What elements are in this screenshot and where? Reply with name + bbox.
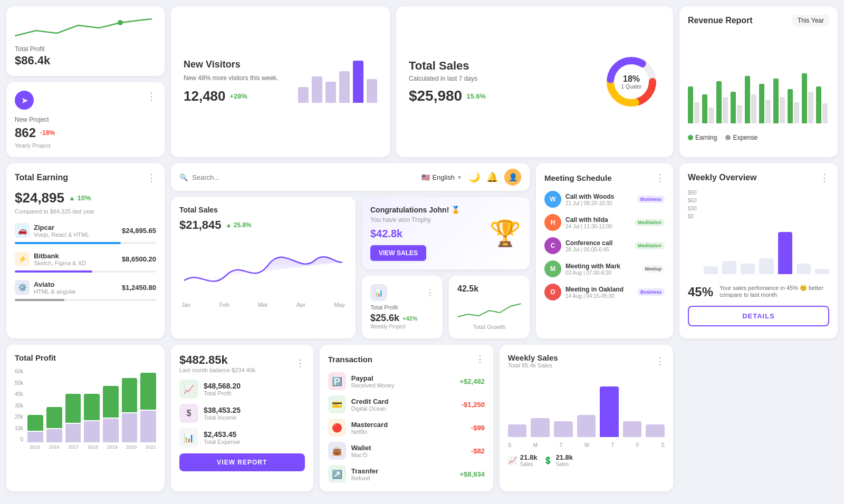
zipcar-sub: Vuejs, React & HTML	[34, 231, 89, 238]
transfer-name: Trasnfer	[351, 467, 378, 475]
revenue-report-card: Revenue Report This Year Earning	[679, 6, 838, 157]
weekly-sales-stat-1: 💲 21.8k Sales	[543, 453, 573, 467]
creditcard-amount: -$1,250	[462, 401, 485, 409]
weekly-sales-chart	[508, 374, 665, 437]
weekly-day-labels: S M T W T F S	[508, 442, 665, 448]
transaction-more[interactable]: ⋮	[475, 353, 485, 365]
donut-label: 1 Quater	[621, 84, 642, 90]
revenue-period-button[interactable]: This Year	[792, 15, 829, 26]
profit-mini-more[interactable]: ⋮	[426, 288, 434, 298]
total-sales-chart-title: Total Sales	[179, 206, 218, 214]
zipcar-value: $24,895.65	[122, 227, 156, 235]
stat-label-1: Sales	[555, 461, 573, 467]
weekly-details-button[interactable]: DETAILS	[688, 306, 829, 326]
sales-line-chart	[179, 238, 347, 302]
balance-more[interactable]: ⋮	[295, 357, 305, 369]
month-may: May	[334, 302, 345, 308]
meeting-tag-0: Business	[637, 196, 665, 203]
meeting-more-icon[interactable]: ⋮	[655, 172, 665, 183]
weekly-desc: Your sales perfomance in 45% 😊 better co…	[720, 285, 829, 298]
stat-icon-0: 📈	[508, 456, 517, 464]
revenue-legend: Earning Expense	[688, 134, 829, 141]
total-profit-sparkline	[15, 15, 152, 41]
meeting-date-3: 03 Aug | 07:00-8:30	[565, 270, 638, 276]
view-sales-button[interactable]: VIEW SALES	[370, 245, 426, 261]
balance-icon-1: $	[179, 404, 198, 423]
total-sales-chart-change: ▲ 25.8%	[226, 221, 252, 229]
notification-icon[interactable]: 🔔	[486, 171, 498, 183]
bitbank-icon: ⚡	[15, 251, 30, 266]
day-t1: T	[559, 442, 562, 448]
earning-item-zipcar: 🚗 Zipcar Vuejs, React & HTML $24,895.65	[15, 223, 156, 244]
aviato-name: Aviato	[34, 280, 76, 288]
meeting-list: W Call with Woods 21 Jul | 08:20-10:30 B…	[544, 191, 665, 301]
balance-item-label-2: Total Expense	[204, 439, 240, 445]
total-sales-chart-card: Total Sales $21,845 ▲ 25.8%	[171, 197, 356, 338]
theme-toggle-icon[interactable]: 🌙	[468, 171, 480, 183]
meeting-avatar-4: O	[544, 284, 561, 301]
meeting-name-2: Conference call	[565, 239, 630, 247]
earning-item-aviato: ⚙️ Aviato HTML & angular $1,2450.80	[15, 280, 156, 301]
svg-point-0	[118, 20, 123, 25]
transaction-title: Transaction	[328, 355, 372, 364]
total-profit-bar-title: Total Profit	[15, 353, 156, 362]
aviato-value: $1,2450.80	[122, 284, 156, 292]
month-mar: Mar	[258, 302, 268, 308]
language-selector[interactable]: 🇺🇸 English ▼	[421, 173, 462, 181]
meeting-name-4: Meeting in Oakland	[565, 286, 633, 293]
total-earning-comparison: Compared to $84,325 last year	[15, 208, 156, 215]
new-project-more-icon[interactable]: ⋮	[147, 91, 156, 102]
expense-legend: Expense	[733, 134, 757, 141]
month-apr: Apr	[296, 302, 305, 308]
day-t2: T	[611, 442, 615, 448]
user-avatar[interactable]: 👤	[504, 169, 521, 186]
meeting-name-3: Meeting with Mark	[565, 263, 638, 270]
wallet-sub: Mac'D	[351, 452, 371, 458]
y-label-60: $60	[688, 198, 829, 203]
new-visitors-chart	[298, 61, 377, 103]
flag-icon: 🇺🇸	[421, 173, 430, 181]
paypal-amount: +$2,482	[460, 377, 485, 385]
earning-item-bitbank: ⚡ Bitbank Sketch, Figma & XD $8,6500.20	[15, 251, 156, 273]
paypal-sub: Received Money	[351, 382, 395, 389]
new-project-icon: ➤	[15, 91, 34, 110]
mastercard-icon: 🔴	[328, 419, 346, 437]
earning-legend: Earning	[695, 134, 717, 141]
new-project-label: New Project	[15, 116, 156, 123]
y-label-90: $90	[688, 190, 829, 196]
profit-mini-value2: $25.6k	[370, 313, 399, 324]
search-input[interactable]	[192, 173, 421, 181]
wallet-amount: -$82	[471, 447, 485, 455]
meeting-tag-1: Meditation	[635, 219, 665, 226]
weekly-overview-card: Weekly Overview ⋮ $90 $60 $30 $0	[679, 163, 838, 338]
earning-items: 🚗 Zipcar Vuejs, React & HTML $24,895.65	[15, 223, 156, 301]
total-earning-more[interactable]: ⋮	[147, 172, 156, 183]
balance-icon-0: 📈	[179, 380, 198, 399]
paypal-name: Paypal	[351, 374, 395, 382]
y-label-0: $0	[688, 214, 829, 219]
mastercard-name: Mastercard	[351, 421, 388, 429]
txn-paypal: 🅿️ Paypal Received Money +$2,482	[328, 372, 485, 390]
meeting-schedule-card: Meeting Schedule ⋮ W Call with Woods 21 …	[536, 163, 673, 338]
weekly-sales-more[interactable]: ⋮	[655, 355, 665, 367]
weekly-sales-stats: 📈 21.8k Sales 💲 21.8k Sales	[508, 453, 665, 467]
total-sales-big-card: Total Sales Calculated in last 7 days $2…	[396, 6, 673, 157]
meeting-date-1: 24 Jul | 11:30-12:00	[565, 224, 630, 229]
meeting-avatar-3: M	[544, 260, 561, 277]
new-project-subtitle: Yearly Project	[15, 142, 156, 149]
day-s1: S	[508, 442, 512, 448]
transfer-icon: ↗️	[328, 465, 346, 483]
balance-card: $482.85k Last month balance $234.40k ⋮ 📈…	[171, 345, 313, 491]
language-label: English	[432, 173, 455, 181]
balance-item-0: 📈 $48,568.20 Total Profit	[179, 380, 305, 399]
profit-mini-icon: 📊	[370, 284, 387, 301]
balance-value: $482.85k	[179, 353, 255, 367]
profit-mini-change: +42%	[402, 315, 417, 322]
trophy-icon: 🏆	[490, 219, 521, 248]
transfer-sub: Refund	[351, 475, 378, 481]
view-report-button[interactable]: VIEW REPORT	[179, 453, 305, 471]
weekly-overview-more[interactable]: ⋮	[820, 172, 829, 183]
new-visitors-title: New Visitors	[184, 59, 278, 70]
stat-value-0: 21.8k	[520, 453, 538, 461]
total-sales-big-change: 15.6%	[466, 92, 486, 100]
